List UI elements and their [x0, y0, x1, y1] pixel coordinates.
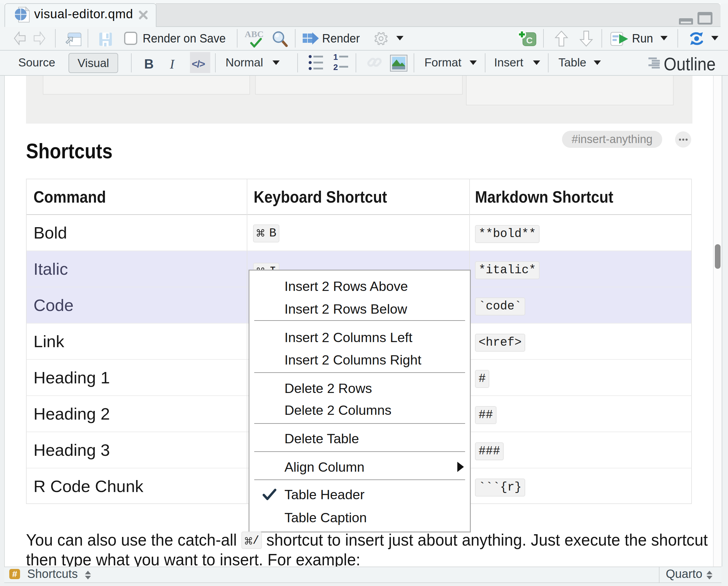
svg-text:1: 1 — [333, 53, 338, 62]
svg-text:2: 2 — [333, 63, 338, 72]
svg-text:C: C — [526, 35, 533, 45]
